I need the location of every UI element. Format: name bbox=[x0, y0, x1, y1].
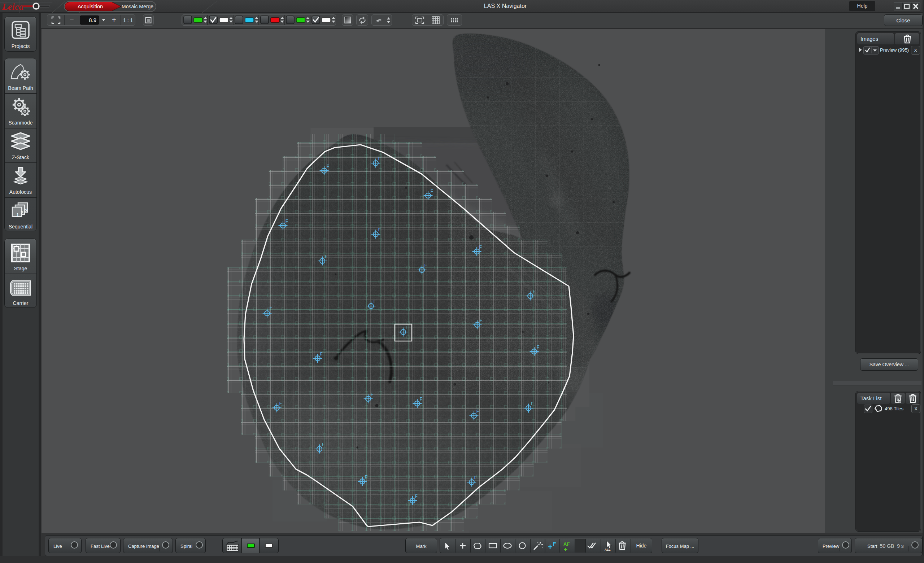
svg-text:Hide: Hide bbox=[636, 543, 647, 548]
svg-text:Acquisition: Acquisition bbox=[78, 4, 103, 9]
svg-text:3: 3 bbox=[25, 208, 27, 213]
svg-text:Leica: Leica bbox=[2, 1, 24, 12]
svg-text:F: F bbox=[553, 541, 556, 547]
svg-text:1: 1 bbox=[16, 212, 19, 218]
svg-text:AF: AF bbox=[563, 541, 570, 547]
svg-text:Mosaic Merge: Mosaic Merge bbox=[122, 4, 153, 9]
svg-text:ALL: ALL bbox=[604, 548, 611, 551]
svg-text:2: 2 bbox=[21, 210, 23, 216]
